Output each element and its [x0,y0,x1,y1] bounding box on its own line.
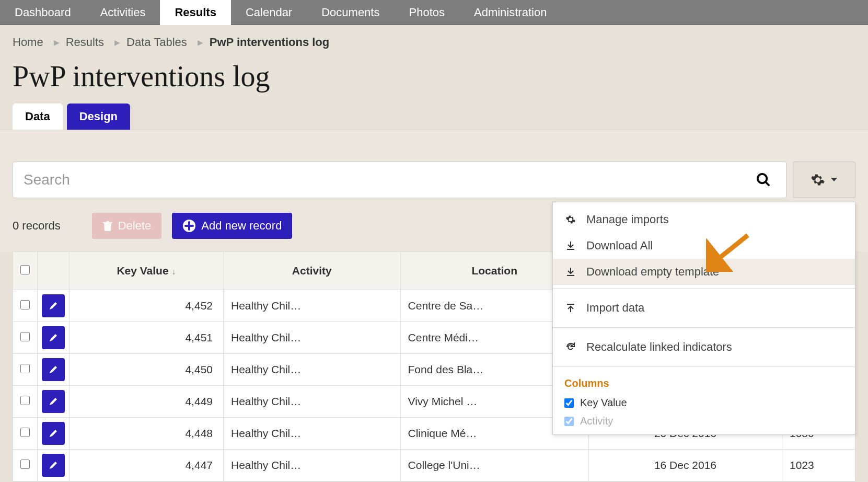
search-box [13,162,786,198]
menu-label: Download empty template [586,265,719,279]
nav-documents[interactable]: Documents [307,0,394,25]
row-checkbox[interactable] [13,290,38,322]
menu-manage-imports[interactable]: Manage imports [553,206,855,233]
gear-icon [811,173,825,187]
search-button[interactable] [751,168,776,192]
cell-key: 4,450 [70,354,224,386]
checkbox-label: Key Value [580,397,627,409]
add-label: Add new record [201,219,282,233]
menu-label: Manage imports [586,213,669,226]
edit-button[interactable] [42,422,65,445]
edit-button[interactable] [42,326,65,349]
breadcrumb-results[interactable]: Results [66,36,104,49]
page-title: PwP interventions log [0,53,868,104]
caret-down-icon [830,177,838,182]
tab-design[interactable]: Design [67,104,130,130]
breadcrumb-home[interactable]: Home [13,36,43,49]
row-checkbox[interactable] [13,386,38,418]
edit-button[interactable] [42,294,65,317]
cell-activity: Healthy Chil… [224,418,401,450]
header-checkbox[interactable] [13,252,38,290]
cell-activity: Healthy Chil… [224,386,401,418]
edit-button[interactable] [42,358,65,381]
table-row: 4,447Healthy Chil…College l'Uni…16 Dec 2… [13,450,855,481]
chevron-right-icon: ▶ [114,38,120,47]
header-key-value[interactable]: Key Value↓ [70,252,224,290]
row-checkbox[interactable] [13,354,38,386]
pencil-icon [48,301,59,311]
checkbox[interactable] [564,398,574,408]
edit-button[interactable] [42,454,65,477]
menu-recalculate[interactable]: Recalculate linked indicators [553,331,855,363]
header-activity[interactable]: Activity [224,252,401,290]
menu-separator [553,288,855,289]
header-edit [38,252,70,290]
refresh-icon [564,342,577,352]
row-checkbox[interactable] [13,322,38,354]
nav-results[interactable]: Results [160,0,230,25]
tab-data[interactable]: Data [13,104,63,130]
pencil-icon [48,396,59,407]
settings-dropdown-menu: Manage imports Download All Download emp… [552,202,855,435]
svg-line-1 [766,182,770,186]
menu-label: Recalculate linked indicators [586,340,732,354]
menu-column-activity[interactable]: Activity [553,412,855,430]
cell-key: 4,448 [70,418,224,450]
cell-activity: Healthy Chil… [224,354,401,386]
menu-download-template[interactable]: Download empty template [553,259,855,285]
upload-icon [564,303,577,313]
sort-desc-icon: ↓ [172,267,176,276]
cell-activity: Healthy Chil… [224,322,401,354]
menu-separator [553,366,855,367]
nav-administration[interactable]: Administration [459,0,561,25]
nav-photos[interactable]: Photos [394,0,459,25]
cell-key: 4,451 [70,322,224,354]
cell-location: College l'Uni… [400,450,588,481]
row-checkbox[interactable] [13,450,38,481]
plus-circle-icon [182,219,196,233]
chevron-right-icon: ▶ [198,38,203,47]
menu-label: Download All [586,239,653,253]
pencil-icon [48,332,59,343]
nav-activities[interactable]: Activities [86,0,160,25]
breadcrumb-datatables[interactable]: Data Tables [126,36,187,49]
delete-label: Delete [118,219,152,233]
cell-key: 4,447 [70,450,224,481]
menu-import-data[interactable]: Import data [553,292,855,324]
cell-activity: Healthy Chil… [224,290,401,322]
cell-date: 16 Dec 2016 [588,450,782,481]
download-icon [564,240,577,251]
cell-key: 4,449 [70,386,224,418]
breadcrumb-current: PwP interventions log [210,36,329,49]
cell-activity: Healthy Chil… [224,450,401,481]
nav-calendar[interactable]: Calendar [231,0,307,25]
chevron-right-icon: ▶ [54,38,60,47]
trash-icon [102,220,113,232]
pencil-icon [48,460,59,470]
menu-label: Import data [586,301,644,315]
record-count: 0 records [13,219,61,233]
cell-key: 4,452 [70,290,224,322]
settings-dropdown-button[interactable] [793,162,855,198]
menu-separator [553,327,855,328]
menu-columns-header: Columns [553,370,855,394]
checkbox[interactable] [564,417,574,426]
search-icon [756,172,771,188]
download-icon [564,267,577,277]
row-checkbox[interactable] [13,418,38,450]
svg-point-0 [758,174,767,183]
page-tabs: Data Design [0,104,868,130]
edit-button[interactable] [42,390,65,413]
search-input[interactable] [24,171,751,188]
menu-column-key-value[interactable]: Key Value [553,394,855,412]
nav-dashboard[interactable]: Dashboard [0,0,86,25]
top-nav: Dashboard Activities Results Calendar Do… [0,0,868,25]
pencil-icon [48,364,59,375]
cell-patient: 1023 [782,450,855,481]
breadcrumb: Home ▶ Results ▶ Data Tables ▶ PwP inter… [0,25,868,53]
delete-button[interactable]: Delete [92,213,162,239]
gear-icon [564,214,577,225]
add-record-button[interactable]: Add new record [172,213,292,239]
pencil-icon [48,428,59,439]
menu-download-all[interactable]: Download All [553,233,855,259]
